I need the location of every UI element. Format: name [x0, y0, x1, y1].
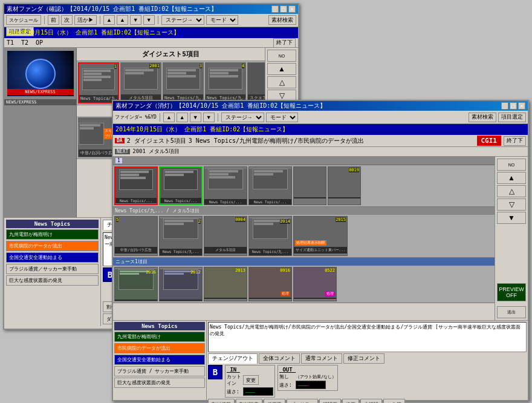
back-window-controls: _ □ × [271, 5, 296, 13]
thumb-4[interactable]: 4 News Topics/九... [205, 62, 246, 103]
r2-t0004-label: メタル5項目 [204, 247, 247, 254]
front-material-btn[interactable]: 素材検索 [469, 113, 496, 122]
front-thumb-n3[interactable]: News Topics/... [204, 166, 247, 205]
toolbar-dn1-btn[interactable]: ▼ [130, 15, 141, 25]
front-topics-item-2[interactable]: 全国交通安全運動始まる [114, 355, 205, 365]
toolbar-schedule-btn[interactable]: スケジュール [6, 15, 41, 25]
toolbar-dn2-btn[interactable]: ▼ [143, 15, 155, 25]
rc-line1 [120, 171, 149, 173]
front-maximize-btn[interactable]: □ [510, 102, 517, 110]
front-arr-dn2[interactable]: ▼ [497, 212, 526, 224]
front-preview-btn[interactable]: PREVIEWOFF [497, 283, 526, 301]
front-arr-up2[interactable]: △ [497, 185, 526, 197]
front-minimize-btn[interactable]: _ [501, 102, 508, 110]
r3-2012-l2 [164, 273, 184, 275]
topics-item-3[interactable]: ブラジル通貨／サッカー東手動 [6, 264, 99, 274]
thumb-2001[interactable]: 2001 メタル5項目 [120, 62, 161, 103]
front-stage-dropdown[interactable]: ステージ→ [221, 113, 264, 122]
topics-headline[interactable]: 九州電部が梅雨明け [6, 229, 99, 240]
front-speed-out[interactable] [296, 381, 326, 389]
front-r2-t2014[interactable]: 2014 News Topics/九... [248, 216, 292, 256]
gc-line2 [165, 174, 184, 176]
topics-item-4[interactable]: 巨大な感度状叢面の発見 [6, 275, 99, 286]
r2-t0004-img: 0004 [204, 217, 247, 247]
front-r2-t5[interactable]: 5 中形/台詞バラ広告 [114, 216, 158, 256]
front-r2-t0004[interactable]: 0004 メタル5項目 [204, 216, 247, 256]
front-topics-item-3[interactable]: ブラジル通貨 / サッカー東手動 [114, 366, 205, 376]
toolbar-play-btn[interactable]: 活か▶ [74, 15, 97, 25]
front-close-btn[interactable]: × [518, 102, 525, 110]
front-b-icon: B [208, 365, 222, 379]
front-arr-dn2[interactable]: ▼ [203, 113, 215, 122]
front-topics-item-4[interactable]: 巨大な感度状叢面の発見 [114, 378, 205, 388]
front-thumb-empty[interactable] [293, 166, 326, 205]
front-r3-t2016[interactable]: 2016 [114, 267, 158, 301]
front-topics-headline[interactable]: 九州電部が梅雨明け [114, 332, 205, 342]
front-r3-t2013[interactable]: 2013 [204, 267, 247, 301]
maximize-btn[interactable]: □ [280, 5, 287, 13]
topics-item-1[interactable]: 市民病院のデータが流出 [6, 241, 99, 251]
front-topics-item-1[interactable]: 市民病院のデータが流出 [114, 343, 205, 353]
front-arr-up1[interactable]: ▲ [163, 113, 175, 122]
front-tab-correct[interactable]: 修正コメント [343, 353, 384, 364]
front-r3-t0522[interactable]: 処理 0522 [293, 267, 337, 301]
line4 [83, 79, 102, 81]
front-thumb-0019[interactable]: 0019 [328, 166, 361, 205]
front-thumb-n4[interactable]: News Topics/... [248, 166, 292, 205]
back-end-btn[interactable]: 終了下 [273, 38, 296, 48]
back-right-no-btn[interactable]: NO [267, 50, 296, 62]
front-end-btn[interactable]: 終了下 [504, 136, 526, 146]
front-r3-t2012[interactable]: 2012 [159, 267, 203, 301]
topics-item-2[interactable]: 全国交通安全運動始まる [6, 252, 99, 263]
front-no-btn[interactable]: NO [497, 159, 526, 171]
front-btn-kakunin[interactable]: 確認正 [319, 399, 341, 403]
front-btn-correct[interactable]: 修正正 [264, 399, 285, 403]
front-tab-all[interactable]: 全体コメント [259, 353, 300, 364]
front-arr-dn1[interactable]: ▼ [190, 113, 201, 122]
front-btn-warituke[interactable]: 割付情報 [208, 399, 235, 403]
front-btn-mikakunin[interactable]: 未確認 [360, 399, 382, 403]
stage-dropdown[interactable]: ステージ→ [161, 15, 204, 25]
front-send-btn[interactable]: 送出 [497, 306, 526, 318]
front-change-btn[interactable]: 変更 [243, 375, 259, 385]
front-item-btn[interactable]: 項目選定 [498, 113, 526, 122]
front-r2-t2[interactable]: 2 News Topics/九... [159, 216, 203, 256]
r2-t2014-num: 2014 [280, 219, 290, 224]
front-thumb-green[interactable]: News Topics/... [159, 166, 203, 205]
front-arr-up1[interactable]: ▲ [497, 172, 526, 184]
front-tab-change[interactable]: チェンジ/アウト [208, 353, 258, 364]
front-btn-priority[interactable]: プロリティ [287, 399, 318, 403]
front-r3-t0916[interactable]: 処理 0916 [248, 267, 292, 301]
front-btn-trash[interactable]: ごみ箱 [383, 399, 405, 403]
thumb-7[interactable]: 7 スクエアIショット [247, 62, 265, 103]
thumb-3[interactable]: 3 News Topics/九... [163, 62, 204, 103]
thumb-1[interactable]: 1 News Topica/九... [78, 62, 119, 103]
back-arr-up2[interactable]: △ [267, 76, 296, 88]
front-tab-normal[interactable]: 通常コメント [301, 353, 342, 364]
material-search-btn[interactable]: 素材検索 [268, 15, 296, 25]
back-row-bar: T1 T2 OP 終了下 [4, 38, 298, 48]
front-arr-up2[interactable]: ▲ [177, 113, 188, 122]
front-speed-in[interactable] [243, 387, 273, 396]
r2-t5-num: 5 [116, 217, 118, 222]
n3-l2 [209, 173, 229, 175]
toolbar-up1-btn[interactable]: ▲ [103, 15, 115, 25]
front-btn-warituke-set[interactable]: 割付設定 [236, 399, 262, 403]
front-thumb-row3: 2016 2012 2013 [113, 266, 495, 303]
close-btn[interactable]: × [288, 5, 296, 13]
front-mode-dropdown[interactable]: モード [266, 113, 298, 122]
front-tc-hayasa: 速さ: [227, 387, 273, 396]
back-arr-up1[interactable]: ▲ [267, 63, 296, 75]
minimize-btn[interactable]: _ [271, 5, 279, 13]
sep1 [160, 113, 160, 122]
toolbar-prev-btn[interactable]: 前 [48, 15, 59, 25]
front-toolbar-label: ファインダ→ %&YD [115, 114, 157, 120]
front-btn-fix[interactable]: 修正 [342, 399, 359, 403]
toolbar-next-btn[interactable]: 次 [61, 15, 73, 25]
front-r2-t2015[interactable]: 処理結果表示制限 2015 サイズ通勤ユニット東バー... [293, 216, 348, 256]
red-thumb-label: News Topics/... [115, 198, 157, 203]
front-arr-dn1[interactable]: ▽ [497, 198, 526, 211]
front-thumb-red[interactable]: News Topics/... [114, 166, 158, 205]
mode-dropdown[interactable]: モード [206, 15, 238, 25]
toolbar-up2-btn[interactable]: ▲ [117, 15, 128, 25]
